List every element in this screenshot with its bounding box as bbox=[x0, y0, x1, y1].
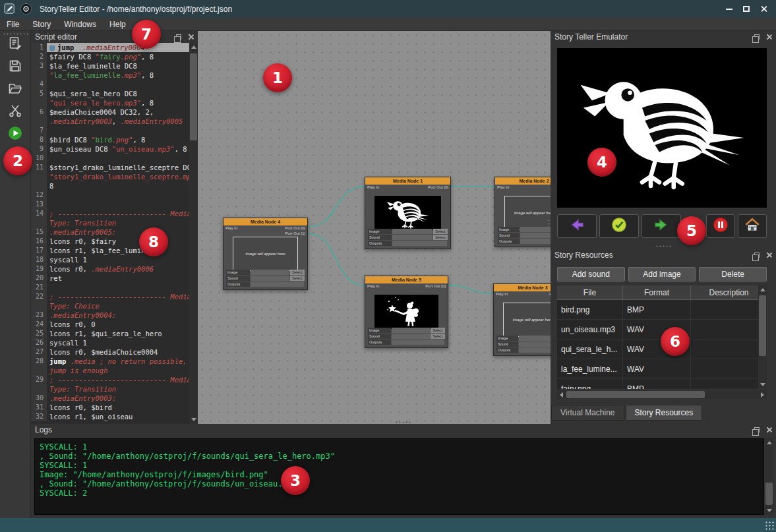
node-select-button[interactable]: Select bbox=[290, 276, 305, 281]
scroll-up-icon[interactable] bbox=[765, 438, 773, 447]
node-row-value[interactable] bbox=[519, 341, 551, 347]
graph-node[interactable]: Media Node 5Play InPort Out [0]ImageSele… bbox=[365, 276, 448, 348]
graph-node[interactable]: Media Node 3Play InPort Out [0]Image wil… bbox=[493, 283, 551, 356]
menu-item-windows[interactable]: Windows bbox=[57, 18, 103, 30]
close-panel-icon[interactable] bbox=[187, 34, 194, 40]
scroll-down-icon[interactable] bbox=[189, 415, 198, 424]
node-row-value[interactable] bbox=[251, 276, 289, 281]
node-row-value[interactable] bbox=[392, 241, 447, 246]
graph-node[interactable]: Media Node 2Play InPort Out [0]Image wil… bbox=[494, 177, 551, 247]
node-select-button[interactable]: Select bbox=[433, 229, 448, 234]
code-line: lcons r1, $un_oiseau bbox=[47, 412, 198, 421]
node-select-button[interactable]: Select bbox=[290, 270, 305, 275]
run-button[interactable] bbox=[6, 126, 24, 143]
resize-grip[interactable] bbox=[765, 521, 774, 530]
ok-button[interactable] bbox=[599, 214, 639, 238]
code-line: lcons r0, .mediaEntry0006 bbox=[47, 264, 198, 274]
home-icon bbox=[744, 216, 761, 236]
close-button[interactable] bbox=[756, 3, 771, 16]
node-row-value[interactable] bbox=[392, 229, 433, 234]
node-select-button[interactable]: Select bbox=[431, 328, 445, 333]
home-button[interactable] bbox=[738, 214, 767, 238]
pause-button[interactable] bbox=[706, 214, 735, 238]
code-editor[interactable]: 1jump .mediaEntry00042$fairy DC8 "fairy.… bbox=[31, 43, 198, 424]
code-line bbox=[47, 126, 198, 135]
scroll-up-icon[interactable] bbox=[189, 43, 198, 51]
column-header-description[interactable]: Description bbox=[691, 285, 767, 299]
code-row: jump is enough bbox=[31, 366, 198, 375]
node-row-value[interactable] bbox=[392, 340, 444, 345]
float-panel-icon[interactable] bbox=[754, 252, 760, 258]
port-out-label: Port Out [0] bbox=[428, 185, 448, 190]
node-select-button[interactable]: Select bbox=[433, 235, 448, 240]
node-row-value[interactable] bbox=[519, 347, 551, 353]
node-row-value[interactable] bbox=[520, 239, 551, 244]
node-row-value[interactable] bbox=[520, 233, 551, 238]
line-number: 23 bbox=[31, 310, 47, 320]
node-row-value[interactable] bbox=[520, 227, 551, 232]
scroll-up-icon[interactable] bbox=[758, 285, 767, 294]
scroll-thumb[interactable] bbox=[759, 295, 766, 356]
close-panel-icon[interactable] bbox=[765, 34, 772, 40]
table-hscrollbar[interactable] bbox=[557, 390, 767, 399]
table-row[interactable]: la_fee_lumine...WAV bbox=[557, 359, 767, 379]
maximize-button[interactable] bbox=[739, 3, 754, 16]
toolbar-drag-handle[interactable] bbox=[3, 32, 28, 36]
save-button[interactable] bbox=[6, 59, 24, 76]
splitter-handle[interactable] bbox=[547, 219, 551, 236]
script-scrollbar[interactable] bbox=[189, 43, 198, 424]
splitter-handle[interactable] bbox=[395, 421, 412, 424]
close-panel-icon[interactable] bbox=[765, 427, 772, 433]
minimize-button[interactable] bbox=[722, 3, 736, 16]
menu-item-help[interactable]: Help bbox=[103, 18, 133, 30]
splitter-handle[interactable] bbox=[655, 245, 672, 248]
add-image-button[interactable]: Add image bbox=[628, 267, 696, 281]
menu-item-file[interactable]: File bbox=[0, 18, 26, 30]
cut-button[interactable] bbox=[6, 103, 24, 121]
cell-file: bird.png bbox=[557, 300, 623, 319]
scroll-down-icon[interactable] bbox=[758, 380, 767, 389]
node-row-label: Outputs bbox=[496, 347, 518, 353]
node-row-value[interactable] bbox=[392, 235, 433, 240]
column-header-format[interactable]: Format bbox=[623, 285, 691, 299]
line-number: 11 bbox=[31, 163, 47, 172]
log-line: SYSCALL: 2 bbox=[40, 488, 759, 498]
code-line: Type: Transition bbox=[47, 384, 198, 394]
scroll-left-icon[interactable] bbox=[557, 390, 566, 399]
node-select-button[interactable]: Select bbox=[431, 334, 445, 339]
scroll-thumb[interactable] bbox=[190, 53, 197, 140]
open-button[interactable] bbox=[6, 81, 24, 98]
graph-node[interactable]: Media Node 1Play InPort Out [0]ImageSele… bbox=[365, 177, 451, 249]
scroll-thumb[interactable] bbox=[566, 391, 705, 398]
tab-story-resources[interactable]: Story Resources bbox=[626, 405, 703, 421]
scroll-right-icon[interactable] bbox=[758, 390, 767, 399]
code-line: syscall 1 bbox=[47, 338, 198, 347]
tab-virtual-machine[interactable]: Virtual Machine bbox=[551, 405, 624, 421]
close-panel-icon[interactable] bbox=[765, 252, 772, 258]
logs-scrollbar[interactable] bbox=[765, 438, 773, 515]
next-button[interactable] bbox=[642, 214, 681, 238]
new-script-button[interactable] bbox=[6, 36, 24, 53]
add-sound-button[interactable]: Add sound bbox=[557, 267, 625, 281]
node-row-value[interactable] bbox=[392, 334, 430, 339]
table-row[interactable]: fairy.pngBMP bbox=[557, 379, 767, 389]
node-graph-canvas[interactable]: Media Node 4Play InPort Out [0]Port Out … bbox=[198, 31, 551, 424]
port-out-label: Port Out [1] bbox=[285, 231, 305, 236]
node-row-value[interactable] bbox=[251, 281, 304, 287]
graph-node[interactable]: Media Node 4Play InPort Out [0]Port Out … bbox=[223, 218, 308, 290]
node-row-label: Outputs bbox=[498, 239, 520, 244]
node-row-value[interactable] bbox=[392, 328, 430, 333]
float-panel-icon[interactable] bbox=[754, 427, 760, 432]
delete-button[interactable]: Delete bbox=[699, 267, 767, 281]
table-scrollbar[interactable] bbox=[758, 285, 767, 389]
menu-item-story[interactable]: Story bbox=[26, 18, 57, 30]
column-header-file[interactable]: File bbox=[557, 285, 623, 299]
scroll-down-icon[interactable] bbox=[765, 506, 773, 515]
float-panel-icon[interactable] bbox=[176, 34, 181, 40]
previous-button[interactable] bbox=[557, 214, 597, 238]
table-row[interactable]: bird.pngBMP bbox=[557, 300, 767, 320]
node-row-value[interactable] bbox=[251, 270, 289, 275]
scroll-thumb[interactable] bbox=[765, 483, 773, 505]
node-row-value[interactable] bbox=[519, 336, 551, 341]
float-panel-icon[interactable] bbox=[754, 34, 760, 40]
